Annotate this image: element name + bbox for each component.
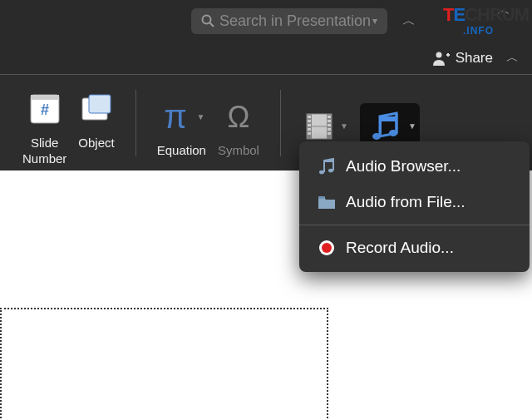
equation-label: Equation (157, 143, 206, 159)
symbol-label: Symbol (218, 143, 259, 159)
film-icon (302, 107, 337, 146)
ribbon-group-insert: # Slide Number Object (8, 79, 129, 167)
music-note-icon (314, 156, 339, 176)
search-input[interactable]: Search in Presentation ▾ (191, 8, 387, 34)
search-icon (201, 14, 214, 27)
record-audio-item[interactable]: Record Audio... (299, 230, 530, 265)
omega-icon: Ω (221, 97, 256, 136)
record-icon (314, 239, 339, 257)
folder-icon (314, 193, 339, 211)
chevron-down-icon: ▼ (196, 112, 204, 121)
svg-rect-9 (89, 95, 111, 113)
object-button[interactable]: Object (76, 86, 116, 151)
svg-rect-17 (308, 124, 311, 126)
svg-point-0 (203, 16, 211, 24)
object-label: Object (78, 136, 114, 151)
equation-button[interactable]: π ▼ Equation (155, 93, 209, 159)
ribbon-group-symbols: π ▼ Equation Ω Symbol (143, 86, 273, 159)
menu-label: Audio Browser... (346, 157, 461, 175)
object-icon (81, 91, 112, 126)
menu-label: Record Audio... (346, 239, 454, 257)
search-placeholder: Search in Presentation (219, 12, 371, 30)
slide-number-label: Slide Number (22, 136, 66, 167)
chevron-up-icon[interactable]: ︿ (506, 50, 519, 66)
separator (135, 90, 136, 156)
svg-rect-34 (318, 196, 325, 199)
chevron-down-icon: ▼ (408, 121, 416, 131)
content-placeholder[interactable] (0, 308, 328, 420)
svg-rect-15 (308, 116, 311, 118)
svg-rect-16 (308, 120, 311, 122)
svg-rect-21 (328, 120, 331, 122)
pi-icon: π (158, 97, 193, 136)
menu-separator (299, 225, 530, 225)
menu-label: Audio from File... (346, 193, 466, 211)
person-plus-icon (432, 50, 451, 67)
chevron-up-icon[interactable]: ︿ (402, 12, 416, 30)
symbol-button[interactable]: Ω Symbol (215, 93, 262, 159)
svg-point-2 (436, 52, 441, 57)
share-label: Share (456, 50, 493, 67)
share-button[interactable]: Share (432, 50, 493, 67)
svg-rect-6 (31, 95, 59, 100)
svg-point-36 (322, 243, 332, 253)
music-note-icon (368, 108, 405, 145)
svg-line-1 (210, 23, 214, 27)
watermark-sub: .INFO (463, 25, 494, 37)
svg-rect-26 (380, 116, 397, 121)
watermark-logo: TECHRUM (443, 4, 529, 26)
slide-number-icon: # (29, 91, 61, 126)
svg-rect-24 (328, 132, 331, 135)
chevron-down-icon: ▼ (340, 121, 348, 131)
svg-rect-18 (308, 128, 311, 131)
audio-dropdown-menu: Audio Browser... Audio from File... Reco… (299, 141, 530, 272)
svg-rect-33 (324, 160, 333, 162)
svg-text:Ω: Ω (227, 100, 249, 134)
svg-text:π: π (165, 98, 188, 135)
audio-from-file-item[interactable]: Audio from File... (299, 185, 530, 220)
svg-text:#: # (41, 101, 49, 118)
separator (280, 90, 281, 156)
svg-rect-20 (328, 116, 331, 118)
svg-rect-22 (328, 124, 331, 126)
svg-rect-19 (308, 132, 311, 135)
audio-browser-item[interactable]: Audio Browser... (299, 148, 530, 185)
toolbar-row: Share ︿ (0, 42, 532, 75)
slide-number-button[interactable]: # Slide Number (20, 86, 69, 167)
svg-rect-23 (328, 128, 331, 131)
chevron-down-icon: ▾ (372, 15, 377, 27)
